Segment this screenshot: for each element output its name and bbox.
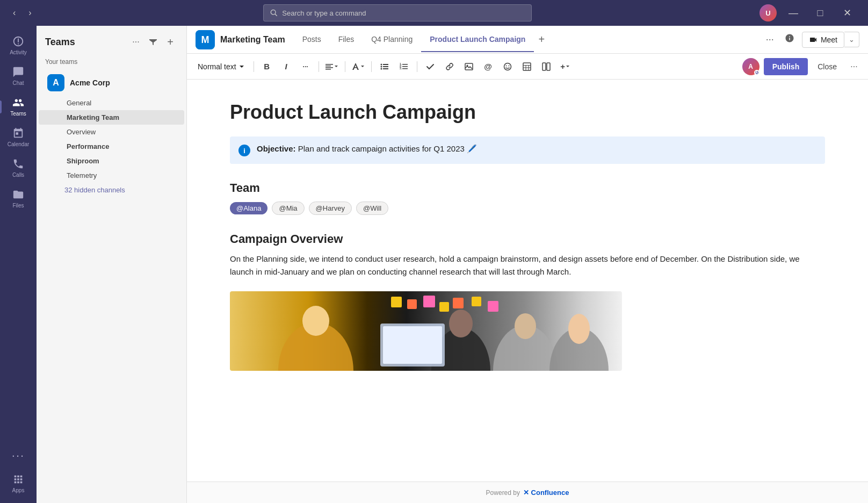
svg-rect-39 — [488, 301, 498, 312]
apps-label: Apps — [12, 487, 25, 493]
sidebar-item-chat[interactable]: Chat — [0, 61, 37, 91]
meet-dropdown-button[interactable]: ⌄ — [844, 32, 859, 47]
close-editor-button[interactable]: Close — [812, 59, 842, 74]
editor-toolbar: Normal text B I ··· — [187, 54, 868, 80]
channel-shiproom[interactable]: Shiproom — [39, 154, 184, 168]
channel-marketing-team[interactable]: Marketing Team — [39, 110, 184, 125]
svg-rect-9 — [383, 66, 388, 67]
svg-rect-28 — [542, 63, 546, 70]
numbered-list-icon: 1. 2. 3. — [400, 62, 408, 71]
svg-rect-36 — [439, 302, 449, 312]
chevron-insert-icon — [565, 64, 570, 69]
maximize-button[interactable]: □ — [808, 4, 833, 21]
team-acme-corp[interactable]: A Acme Corp ··· — [39, 70, 184, 96]
bold-button[interactable]: B — [258, 58, 276, 75]
back-button[interactable]: ‹ — [9, 6, 20, 20]
sidebar-item-calls[interactable]: Calls — [0, 153, 37, 183]
channel-performance[interactable]: Performance — [39, 139, 184, 154]
mention-button[interactable]: @ — [480, 58, 497, 75]
tab-posts[interactable]: Posts — [294, 27, 330, 52]
editor-content: Product Launch Campaign i Objective: Pla… — [187, 80, 868, 482]
publish-button[interactable]: Publish — [764, 58, 808, 75]
toolbar-divider-3 — [345, 61, 345, 72]
tag-harvey[interactable]: @Harvey — [309, 202, 352, 215]
nav-team-icon: M — [196, 30, 215, 49]
chat-icon — [12, 66, 24, 78]
minimize-button[interactable]: — — [781, 4, 806, 21]
sidebar-item-calendar[interactable]: Calendar — [0, 122, 37, 153]
link-button[interactable] — [441, 58, 458, 75]
bullet-list-button[interactable] — [376, 58, 393, 75]
sidebar-item-apps[interactable]: Apps — [0, 468, 37, 499]
add-tab-button[interactable]: + — [534, 33, 549, 46]
tag-will[interactable]: @Will — [356, 202, 388, 215]
tag-alana[interactable]: @Alana — [230, 202, 267, 214]
svg-rect-37 — [453, 298, 464, 308]
text-style-select[interactable]: Normal text — [193, 60, 249, 73]
search-bar[interactable]: Search or type a command — [263, 4, 532, 21]
teams-more-button[interactable]: ··· — [128, 34, 143, 49]
align-button[interactable] — [323, 58, 341, 75]
sidebar-item-teams[interactable]: Teams — [0, 91, 37, 122]
content-area: M Marketing Team Posts Files Q4 Planning… — [187, 26, 868, 503]
italic-button[interactable]: I — [278, 58, 295, 75]
sidebar-item-more[interactable]: ··· — [0, 443, 37, 468]
columns-button[interactable] — [538, 58, 555, 75]
emoji-button[interactable] — [499, 58, 516, 75]
link-icon — [445, 62, 454, 71]
bullet-list-icon — [380, 62, 389, 71]
svg-rect-23 — [523, 63, 531, 70]
channel-overview[interactable]: Overview — [39, 125, 184, 139]
meet-button[interactable]: Meet — [802, 32, 844, 48]
powered-by-text: Powered by — [486, 489, 520, 497]
user-avatar[interactable]: U — [760, 4, 777, 21]
image-button[interactable] — [460, 58, 478, 75]
apps-icon — [12, 473, 24, 485]
text-style-value: Normal text — [198, 62, 236, 71]
nav-team-name: Marketing Team — [220, 35, 285, 45]
teams-panel: Teams ··· + Your teams A — [37, 26, 187, 503]
table-icon — [523, 62, 531, 71]
font-color-button[interactable] — [350, 58, 367, 75]
video-icon — [809, 35, 818, 44]
chevron-small-icon — [334, 64, 339, 69]
more-format-button[interactable]: ··· — [297, 58, 314, 75]
document-title: Product Launch Campaign — [230, 101, 825, 124]
sidebar-item-activity[interactable]: Activity — [0, 30, 37, 61]
nav-tabs: Posts Files Q4 Planning Product Launch C… — [294, 27, 763, 52]
objective-label: Objective: — [257, 144, 296, 153]
forward-button[interactable]: › — [24, 6, 35, 20]
teams-add-button[interactable]: + — [163, 34, 178, 49]
teams-filter-button[interactable] — [146, 34, 161, 49]
close-button[interactable]: ✕ — [835, 4, 859, 21]
numbered-list-button[interactable]: 1. 2. 3. — [395, 58, 413, 75]
svg-rect-17 — [402, 68, 408, 69]
tab-q4-planning[interactable]: Q4 Planning — [363, 27, 421, 52]
filter-icon — [149, 38, 157, 46]
svg-rect-35 — [423, 296, 435, 307]
editor-more-button[interactable]: ··· — [847, 59, 862, 74]
window-controls: — □ ✕ — [781, 4, 859, 21]
hidden-channels-link[interactable]: 32 hidden channels — [37, 183, 186, 197]
nav-info-button[interactable] — [782, 30, 798, 49]
check-button[interactable] — [422, 58, 439, 75]
objective-text: Plan and track campaign activities for Q… — [298, 144, 477, 153]
nav-more-button[interactable]: ··· — [763, 31, 777, 48]
tab-product-launch[interactable]: Product Launch Campaign — [421, 27, 534, 52]
calendar-label: Calendar — [8, 141, 30, 147]
tag-mia[interactable]: @Mia — [272, 202, 304, 215]
image-icon — [465, 62, 473, 71]
svg-rect-13 — [402, 64, 408, 65]
table-button[interactable] — [518, 58, 536, 75]
sidebar-item-files[interactable]: Files — [0, 183, 37, 214]
info-box-text: Objective: Plan and track campaign activ… — [257, 144, 477, 154]
svg-point-32 — [302, 306, 329, 336]
toolbar-divider-5 — [417, 61, 417, 72]
svg-rect-15 — [402, 66, 408, 67]
more-insert-button[interactable]: + — [557, 58, 574, 75]
channel-telemetry[interactable]: Telemetry — [39, 168, 184, 183]
channel-general[interactable]: General — [39, 96, 184, 110]
toolbar-divider-4 — [371, 61, 372, 72]
tab-files[interactable]: Files — [330, 27, 363, 52]
activity-icon — [12, 35, 24, 47]
